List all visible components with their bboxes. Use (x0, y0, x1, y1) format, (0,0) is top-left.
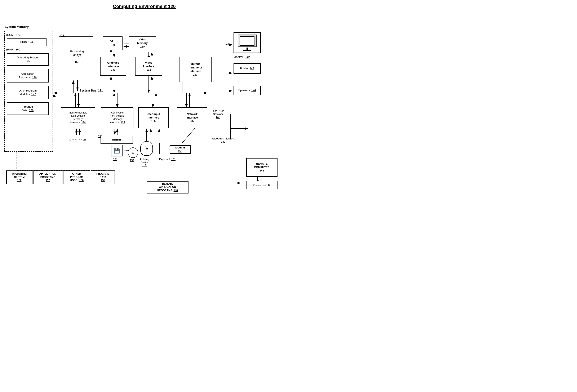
program-data-bottom-box: PROGRAMDATA155 (91, 171, 115, 184)
floppy-disk-icon: 💾 (111, 145, 122, 156)
processing-unit-box: ProcessingUnit(s)159 (61, 36, 93, 77)
system-memory-label: System Memory (5, 25, 29, 29)
non-removable-box: Non-RemovableNon-VolatileMemoryInterface… (61, 107, 95, 128)
network-interface-box: NetworkInterface137 (177, 107, 207, 128)
ref-153: 153 (130, 159, 134, 162)
monitor-icon (234, 32, 261, 53)
ram-label: (RAM) 160 (6, 48, 20, 51)
output-peripheral-interface-box: OutputPeripheralInterface133 (179, 57, 212, 82)
page-title: Computing Environment 120 (0, 0, 288, 11)
video-memory-box: VideoMemory130 (129, 36, 156, 50)
remote-app-programs-box: REMOTEAPPLICATIONPROGRAMS 148 (146, 181, 188, 193)
modem-box: Modem150 (170, 145, 191, 154)
bios-box: BIOS 124 (7, 38, 46, 46)
ref-140: 140 (124, 149, 128, 152)
other-prog-mods-bottom-box: OTHERPROGRAMMODS. 156 (63, 171, 90, 184)
removable-box: RemovableNon-VolatileMemoryInterface 135 (101, 107, 133, 128)
hdd-icon: □ ○○○○ ○○ 138 (61, 135, 95, 144)
ref-154: 154 (113, 158, 117, 161)
pointing-device-label: PointingDevice152 (135, 158, 154, 167)
remote-hdd-icon: □ ○○○○ ○○ 147 (246, 181, 278, 189)
other-program-modules-box: Other ProgramModules 127 (7, 86, 49, 99)
gpu-box: GPU129 (103, 36, 122, 50)
speakers-box: Speakers 144 (234, 86, 261, 95)
program-data-box: ProgramData 128 (7, 102, 49, 115)
os-bottom-box: OPERATINGSYSTEM158 (6, 171, 33, 184)
monitor-label: Monitor 142 (234, 55, 250, 59)
removable-drive-icon: ■■■■■■ (101, 136, 133, 144)
wan-label: Wide Area Network149 (212, 137, 235, 143)
ref-141: 141 (226, 42, 230, 45)
remote-computer-box: REMOTECOMPUTER146 (246, 158, 278, 177)
diagram-area: System Memory (ROM) 123 BIOS 124 (RAM) 1… (0, 11, 288, 196)
application-programs-box: ApplicationPrograms 126 (7, 69, 49, 82)
keyboard-label: Keyboard 151 (159, 158, 176, 161)
pointing-device-icon: 🖰 (140, 141, 153, 156)
video-interface-box: VideoInterface132 (135, 57, 162, 76)
app-programs-bottom-box: APPLICATIONPROGRAMS157 (33, 171, 62, 184)
lan-label: Local AreaNetwork145 (212, 109, 224, 119)
rom-label: (ROM) 123 (6, 33, 21, 36)
printer-box: Printer 143 (234, 63, 261, 74)
cd-icon: ○ (128, 147, 138, 158)
operating-system-box: Operating System125 (7, 53, 49, 66)
system-bus-label: System Bus 121 (80, 89, 103, 92)
graphics-interface-box: GraphicsInterface131 (100, 57, 126, 76)
user-input-interface-box: User InputInterface136 (138, 107, 169, 128)
